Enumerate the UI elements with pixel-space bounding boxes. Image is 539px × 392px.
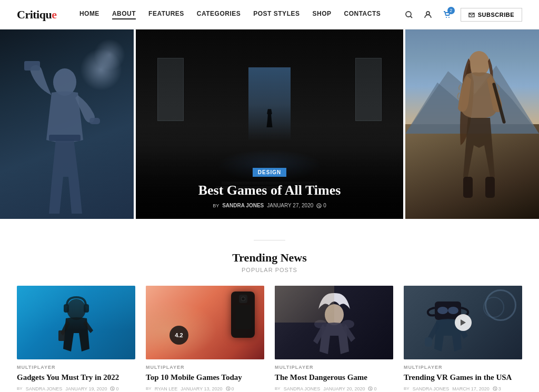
svg-rect-14 <box>463 177 473 198</box>
cart-icon[interactable]: 2 <box>442 9 452 20</box>
svg-point-3 <box>446 17 447 18</box>
hero-title: Best Games of All Times <box>146 182 393 198</box>
card-title-1: Gadgets You Must Try in 2022 <box>17 373 135 383</box>
card-title-4: Trending VR Games in the USA <box>404 373 522 383</box>
nav-post-styles[interactable]: POST STYLES <box>253 10 300 19</box>
trending-card-1[interactable]: MULTIPLAYER Gadgets You Must Try in 2022… <box>17 286 135 391</box>
nav-features[interactable]: FEATURES <box>148 10 184 19</box>
subscribe-button[interactable]: SUBSCRIBE <box>461 8 522 22</box>
main-nav: HOME ABOUT FEATURES CATEGORIES POST STYL… <box>79 10 381 19</box>
svg-point-12 <box>468 51 490 76</box>
section-title: Trending News <box>17 251 522 265</box>
user-icon[interactable] <box>423 9 433 20</box>
svg-rect-29 <box>425 337 432 347</box>
site-header: Critique HOME ABOUT FEATURES CATEGORIES … <box>0 0 539 29</box>
nav-home[interactable]: HOME <box>79 10 99 19</box>
cart-count: 2 <box>447 7 455 14</box>
svg-point-4 <box>448 17 450 18</box>
svg-rect-15 <box>485 177 495 198</box>
nav-contacts[interactable]: CONTACTS <box>344 10 381 19</box>
card-category-4: MULTIPLAYER <box>404 365 522 370</box>
rating-badge: 4.2 <box>169 326 188 345</box>
svg-marker-30 <box>461 319 466 326</box>
section-divider <box>254 240 285 240</box>
nav-about[interactable]: ABOUT <box>112 10 136 19</box>
nav-shop[interactable]: SHOP <box>312 10 331 19</box>
svg-point-28 <box>448 307 458 314</box>
trending-card-3[interactable]: MULTIPLAYER The Most Dangerous Game BY S… <box>275 286 393 391</box>
card-category-1: MULTIPLAYER <box>17 365 135 370</box>
svg-rect-6 <box>24 61 40 71</box>
header-actions: 2 SUBSCRIBE <box>404 8 522 22</box>
hero-slide-left[interactable] <box>0 29 136 219</box>
svg-rect-8 <box>49 135 81 141</box>
hero-slider: DESIGN Best Games of All Times BY SANDRA… <box>0 29 539 219</box>
nav-categories[interactable]: CATEGORIES <box>197 10 241 19</box>
card-meta-3: BY SANDRA JONES JANUARY 20, 2020 0 <box>275 386 393 391</box>
site-logo[interactable]: Critique <box>17 8 56 22</box>
hero-slide-right[interactable] <box>405 29 539 219</box>
play-button-4[interactable] <box>455 314 472 331</box>
card-meta-4: BY SANDRA JONES MARCH 17, 2020 3 <box>404 386 522 391</box>
trending-grid: MULTIPLAYER Gadgets You Must Try in 2022… <box>17 286 522 391</box>
hero-category-badge: DESIGN <box>253 168 286 177</box>
svg-point-27 <box>437 307 448 314</box>
svg-line-1 <box>410 16 412 18</box>
section-subtitle: Popular Posts <box>17 267 522 273</box>
trending-section: Trending News Popular Posts <box>0 219 539 392</box>
card-category-2: MULTIPLAYER <box>146 365 264 370</box>
card-image-1 <box>17 286 135 359</box>
card-title-3: The Most Dangerous Game <box>275 373 393 383</box>
card-image-3 <box>275 286 393 359</box>
search-icon[interactable] <box>404 9 414 20</box>
card-title-2: Top 10 Mobile Games Today <box>146 373 264 383</box>
card-image-2: 4.2 <box>146 286 264 359</box>
hero-slide-content: DESIGN Best Games of All Times BY SANDRA… <box>136 152 403 219</box>
svg-point-24 <box>342 320 354 328</box>
trending-card-2[interactable]: 4.2 MULTIPLAYER Top 10 Mobile Games Toda… <box>146 286 264 391</box>
card-meta-1: BY SANDRA JONES JANUARY 19, 2020 0 <box>17 386 135 391</box>
trending-card-4[interactable]: MULTIPLAYER Trending VR Games in the USA… <box>404 286 522 391</box>
card-meta-2: BY RYAN LEE JANUARY 13, 2020 0 <box>146 386 264 391</box>
card-image-4 <box>404 286 522 359</box>
card-category-3: MULTIPLAYER <box>275 365 393 370</box>
hero-meta: BY SANDRA JONES JANUARY 27, 2020 0 <box>146 203 393 208</box>
section-header: Trending News Popular Posts <box>17 240 522 273</box>
svg-rect-7 <box>89 118 100 124</box>
hero-slide-center[interactable]: DESIGN Best Games of All Times BY SANDRA… <box>136 29 405 219</box>
